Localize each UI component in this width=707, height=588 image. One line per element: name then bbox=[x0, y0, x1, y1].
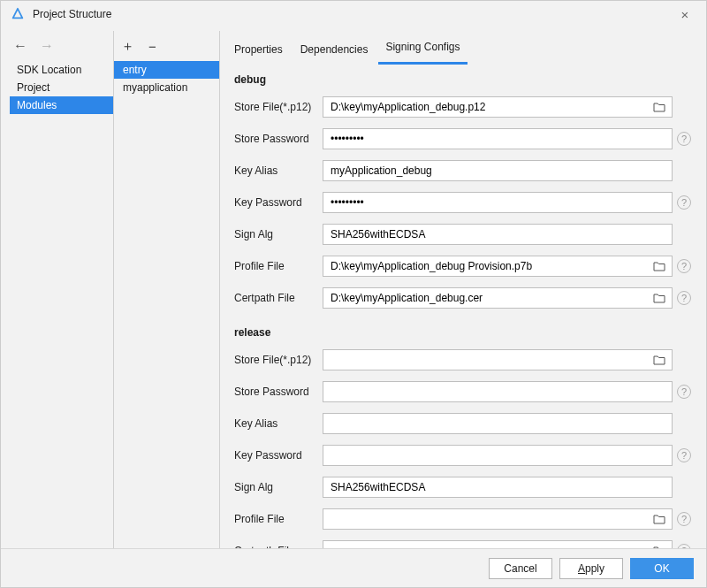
help-icon[interactable]: ? bbox=[677, 512, 691, 526]
store-file-label: Store File(*.p12) bbox=[229, 101, 323, 113]
release-profile-file-field[interactable] bbox=[323, 508, 673, 530]
help-icon[interactable]: ? bbox=[677, 448, 691, 462]
folder-icon[interactable] bbox=[652, 100, 666, 114]
release-certpath-file-row: Certpath File ? bbox=[229, 535, 696, 548]
app-logo-icon bbox=[10, 6, 26, 22]
add-module-button[interactable]: ＋ bbox=[121, 38, 134, 55]
dialog-body: ← → SDK LocationProjectModules ＋ − entry… bbox=[1, 27, 706, 548]
folder-icon[interactable] bbox=[652, 512, 666, 526]
release-key-alias-input[interactable] bbox=[329, 414, 666, 433]
module-list: entrymyapplication bbox=[114, 61, 219, 548]
debug-store-file-input[interactable] bbox=[329, 97, 649, 117]
debug-store-file-field[interactable] bbox=[323, 96, 673, 118]
debug-store-password-field[interactable] bbox=[323, 128, 673, 149]
nav-column: ← → SDK LocationProjectModules bbox=[10, 31, 114, 548]
main-panel: PropertiesDependenciesSigning Configs de… bbox=[220, 31, 697, 548]
close-button[interactable]: × bbox=[673, 7, 697, 22]
store-password-label: Store Password bbox=[229, 133, 323, 145]
remove-module-button[interactable]: − bbox=[148, 39, 156, 54]
key-password-label: Key Password bbox=[229, 449, 323, 462]
release-key-password-field[interactable] bbox=[323, 445, 673, 466]
release-store-file-field[interactable] bbox=[323, 349, 673, 370]
nav-item-project[interactable]: Project bbox=[10, 79, 113, 96]
nav-list: SDK LocationProjectModules bbox=[10, 61, 113, 548]
sign-alg-label: Sign Alg bbox=[229, 481, 323, 493]
folder-icon[interactable] bbox=[652, 353, 666, 367]
tab-dependencies[interactable]: Dependencies bbox=[293, 36, 376, 65]
debug-certpath-file-field[interactable] bbox=[323, 287, 673, 309]
nav-item-sdk-location[interactable]: SDK Location bbox=[10, 61, 113, 79]
release-certpath-file-input[interactable] bbox=[329, 541, 649, 548]
store-file-label: Store File(*.p12) bbox=[229, 354, 323, 366]
module-item-myapplication[interactable]: myapplication bbox=[114, 79, 219, 96]
store-password-label: Store Password bbox=[229, 386, 323, 398]
release-certpath-file-field[interactable] bbox=[323, 540, 673, 548]
release-key-alias-field[interactable] bbox=[323, 413, 673, 434]
debug-key-alias-input[interactable] bbox=[329, 161, 666, 180]
release-key-password-row: Key Password ? bbox=[229, 439, 696, 471]
tabs: PropertiesDependenciesSigning Configs bbox=[227, 31, 697, 65]
nav-item-modules[interactable]: Modules bbox=[10, 96, 113, 114]
section-debug-title: debug bbox=[229, 68, 696, 91]
section-release-title: release bbox=[229, 321, 696, 344]
release-store-password-row: Store Password ? bbox=[229, 376, 696, 408]
release-profile-file-input[interactable] bbox=[329, 509, 649, 529]
dialog-footer: Cancel Apply OK bbox=[1, 548, 706, 587]
help-icon[interactable]: ? bbox=[677, 385, 691, 399]
folder-icon[interactable] bbox=[652, 291, 666, 305]
key-password-label: Key Password bbox=[229, 196, 323, 209]
release-store-password-field[interactable] bbox=[323, 381, 673, 402]
release-sign-alg-input[interactable] bbox=[329, 477, 666, 497]
nav-back-icon[interactable]: ← bbox=[13, 38, 27, 54]
debug-store-file-row: Store File(*.p12) bbox=[229, 91, 696, 123]
cancel-button[interactable]: Cancel bbox=[489, 558, 552, 579]
profile-file-label: Profile File bbox=[229, 513, 323, 525]
debug-store-password-row: Store Password ? bbox=[229, 123, 696, 155]
release-key-alias-row: Key Alias bbox=[229, 408, 696, 439]
window-title: Project Structure bbox=[33, 8, 673, 20]
help-icon[interactable]: ? bbox=[677, 259, 691, 273]
ok-button[interactable]: OK bbox=[630, 558, 694, 579]
help-icon[interactable]: ? bbox=[677, 195, 691, 210]
debug-certpath-file-input[interactable] bbox=[329, 288, 649, 308]
module-toolbar: ＋ − bbox=[114, 31, 219, 61]
debug-key-password-row: Key Password ? bbox=[229, 187, 696, 218]
release-key-password-input[interactable] bbox=[329, 446, 666, 465]
release-profile-file-row: Profile File ? bbox=[229, 503, 696, 535]
module-column: ＋ − entrymyapplication bbox=[114, 31, 220, 548]
key-alias-label: Key Alias bbox=[229, 164, 323, 177]
release-sign-alg-row: Sign Alg bbox=[229, 471, 696, 503]
tab-signing-configs[interactable]: Signing Configs bbox=[378, 34, 467, 65]
debug-key-alias-row: Key Alias bbox=[229, 155, 696, 187]
profile-file-label: Profile File bbox=[229, 260, 323, 272]
debug-store-password-input[interactable] bbox=[329, 129, 666, 149]
release-store-password-input[interactable] bbox=[329, 382, 666, 401]
apply-button[interactable]: Apply bbox=[559, 558, 623, 579]
release-sign-alg-field[interactable] bbox=[323, 477, 673, 498]
titlebar: Project Structure × bbox=[1, 1, 706, 27]
tab-properties[interactable]: Properties bbox=[227, 36, 290, 65]
certpath-file-label: Certpath File bbox=[229, 292, 323, 304]
help-icon[interactable]: ? bbox=[677, 291, 691, 305]
nav-history-arrows: ← → bbox=[10, 31, 113, 61]
sign-alg-label: Sign Alg bbox=[229, 228, 323, 241]
release-store-file-input[interactable] bbox=[329, 350, 649, 370]
key-alias-label: Key Alias bbox=[229, 417, 323, 430]
nav-forward-icon: → bbox=[40, 38, 54, 54]
debug-profile-file-input[interactable] bbox=[329, 256, 649, 276]
folder-icon[interactable] bbox=[652, 259, 666, 273]
debug-sign-alg-input[interactable] bbox=[329, 225, 666, 244]
release-store-file-row: Store File(*.p12) bbox=[229, 344, 696, 376]
module-item-entry[interactable]: entry bbox=[114, 61, 219, 79]
debug-sign-alg-field[interactable] bbox=[323, 224, 673, 245]
debug-certpath-file-row: Certpath File ? bbox=[229, 282, 696, 314]
debug-profile-file-row: Profile File ? bbox=[229, 250, 696, 282]
signing-form: debug Store File(*.p12) Store Password bbox=[227, 65, 697, 548]
debug-sign-alg-row: Sign Alg bbox=[229, 218, 696, 250]
help-icon[interactable]: ? bbox=[677, 132, 691, 146]
debug-key-alias-field[interactable] bbox=[323, 160, 673, 181]
debug-profile-file-field[interactable] bbox=[323, 256, 673, 277]
debug-key-password-field[interactable] bbox=[323, 192, 673, 213]
debug-key-password-input[interactable] bbox=[329, 193, 666, 212]
project-structure-dialog: Project Structure × ← → SDK LocationProj… bbox=[0, 0, 707, 588]
